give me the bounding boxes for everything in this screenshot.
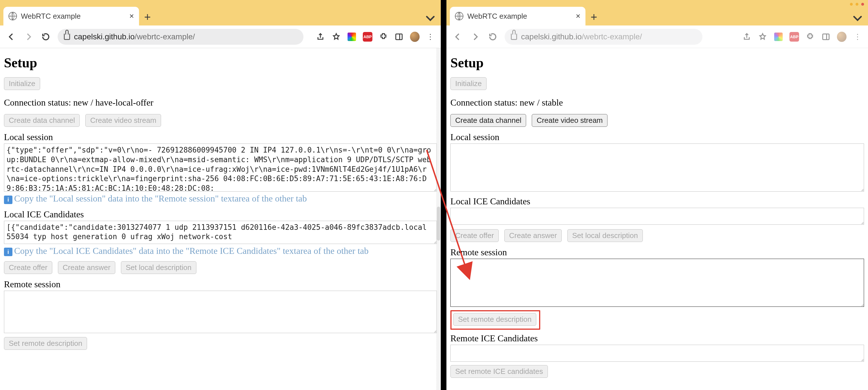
url-path: /webrtc-example/ <box>582 32 642 41</box>
create-answer-button[interactable]: Create answer <box>504 229 562 242</box>
menu-kebab-icon[interactable]: ⋮ <box>426 32 435 41</box>
browser-window-left: WebRTC example × + capelski.github.io/we… <box>0 0 441 390</box>
lock-icon <box>511 34 517 40</box>
tab-title: WebRTC example <box>467 12 527 21</box>
reload-button[interactable] <box>40 31 52 43</box>
remote-session-textarea[interactable] <box>451 259 864 307</box>
page-content-right: Setup Initialize Connection status: new … <box>446 48 868 390</box>
tab-title: WebRTC example <box>21 12 81 21</box>
create-video-stream-button[interactable]: Create video stream <box>85 114 161 127</box>
info-icon: i <box>4 248 12 256</box>
sidepanel-icon[interactable] <box>394 32 403 41</box>
page-content-left: Setup Initialize Connection status: new … <box>0 48 441 390</box>
set-remote-ice-button[interactable]: Set remote ICE candidates <box>451 365 548 378</box>
local-session-label: Local session <box>4 132 437 142</box>
create-video-stream-button[interactable]: Create video stream <box>532 114 608 127</box>
remote-session-label: Remote session <box>451 247 864 257</box>
globe-icon <box>8 12 17 20</box>
profile-avatar[interactable] <box>837 32 846 41</box>
remote-ice-textarea[interactable] <box>451 345 864 362</box>
window-controls[interactable] <box>850 3 864 6</box>
extension-rainbow-icon[interactable] <box>774 32 783 41</box>
tab-strip: WebRTC example × + <box>446 0 868 26</box>
menu-kebab-icon[interactable]: ⋮ <box>853 32 862 41</box>
bookmark-star-icon[interactable] <box>758 32 767 41</box>
create-data-channel-button[interactable]: Create data channel <box>4 114 80 127</box>
forward-button[interactable] <box>470 31 481 43</box>
toolbar: capelski.github.io/webrtc-example/ ABP ⋮ <box>0 26 441 48</box>
local-session-label: Local session <box>451 132 864 142</box>
globe-icon <box>455 12 463 20</box>
back-button[interactable] <box>452 31 463 43</box>
hint-local-ice: iCopy the "Local ICE Candidates" data in… <box>4 246 437 256</box>
scrollbar[interactable] <box>436 48 441 390</box>
extensions-puzzle-icon[interactable] <box>805 32 815 41</box>
bookmark-star-icon[interactable] <box>332 32 341 41</box>
remote-session-textarea[interactable] <box>4 291 437 333</box>
local-ice-textarea[interactable] <box>4 221 437 244</box>
address-bar[interactable]: capelski.github.io/webrtc-example/ <box>58 29 304 45</box>
svg-rect-0 <box>396 34 402 39</box>
create-offer-button[interactable]: Create offer <box>451 229 499 242</box>
tab-list-chevron-icon[interactable] <box>850 11 865 26</box>
initialize-button[interactable]: Initialize <box>4 77 40 90</box>
new-tab-button[interactable]: + <box>139 8 156 26</box>
back-button[interactable] <box>6 31 17 43</box>
window-divider <box>441 0 446 390</box>
browser-window-right: WebRTC example × + capelski.github.io/we… <box>446 0 868 390</box>
lock-icon <box>64 34 70 40</box>
connection-status: Connection status: new / have-local-offe… <box>4 98 437 108</box>
remote-session-label: Remote session <box>4 279 437 289</box>
url-path: /webrtc-example/ <box>135 32 195 41</box>
page-title: Setup <box>4 55 437 71</box>
set-local-description-button[interactable]: Set local description <box>567 229 643 242</box>
adblock-icon[interactable]: ABP <box>363 32 372 41</box>
svg-rect-1 <box>823 34 829 39</box>
local-session-textarea[interactable] <box>4 143 437 192</box>
extensions-puzzle-icon[interactable] <box>379 32 388 41</box>
reload-button[interactable] <box>487 31 498 43</box>
hint-local-session: iCopy the "Local session" data into the … <box>4 193 437 204</box>
local-ice-textarea[interactable] <box>451 208 864 225</box>
address-bar[interactable]: capelski.github.io/webrtc-example/ <box>505 29 703 45</box>
profile-avatar[interactable] <box>410 32 420 41</box>
highlight-annotation: Set remote description <box>451 310 540 330</box>
tab-active[interactable]: WebRTC example × <box>3 7 139 26</box>
forward-button[interactable] <box>23 31 34 43</box>
page-title: Setup <box>451 55 864 71</box>
set-remote-description-button[interactable]: Set remote description <box>453 313 536 326</box>
create-data-channel-button[interactable]: Create data channel <box>451 114 526 127</box>
url-host: capelski.github.io <box>521 32 582 41</box>
tab-close-button[interactable]: × <box>129 12 134 20</box>
create-answer-button[interactable]: Create answer <box>58 261 115 274</box>
new-tab-button[interactable]: + <box>585 8 602 26</box>
info-icon: i <box>4 196 12 204</box>
tab-strip: WebRTC example × + <box>0 0 441 26</box>
local-ice-label: Local ICE Candidates <box>451 196 864 206</box>
share-icon[interactable] <box>742 32 752 41</box>
set-local-description-button[interactable]: Set local description <box>121 261 196 274</box>
remote-ice-label: Remote ICE Candidates <box>451 333 864 343</box>
create-offer-button[interactable]: Create offer <box>4 261 52 274</box>
tab-close-button[interactable]: × <box>576 12 580 20</box>
url-host: capelski.github.io <box>74 32 135 41</box>
adblock-icon[interactable]: ABP <box>789 32 799 41</box>
connection-status: Connection status: new / stable <box>451 98 864 108</box>
local-session-textarea[interactable] <box>451 143 864 192</box>
toolbar: capelski.github.io/webrtc-example/ ABP ⋮ <box>446 26 868 48</box>
initialize-button[interactable]: Initialize <box>451 77 487 90</box>
set-remote-description-button[interactable]: Set remote description <box>4 337 87 350</box>
share-icon[interactable] <box>316 32 325 41</box>
tab-active[interactable]: WebRTC example × <box>450 7 585 26</box>
local-ice-label: Local ICE Candidates <box>4 209 437 220</box>
tab-list-chevron-icon[interactable] <box>423 11 437 26</box>
sidepanel-icon[interactable] <box>821 32 831 41</box>
extension-rainbow-icon[interactable] <box>347 32 356 41</box>
